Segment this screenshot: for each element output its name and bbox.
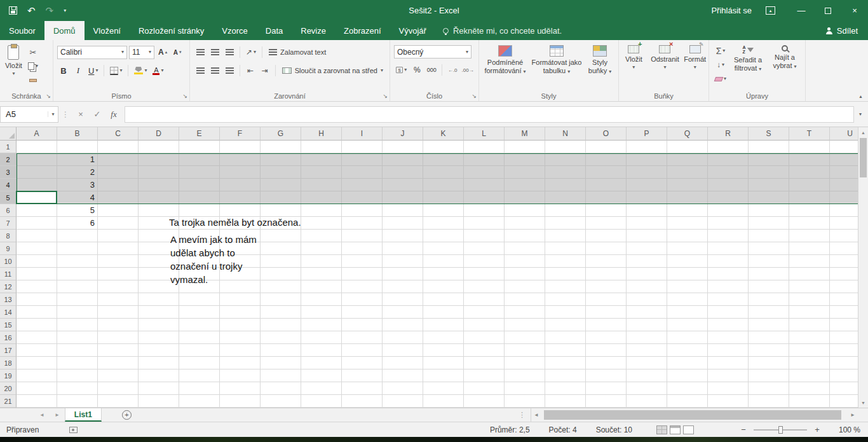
- cell-T16[interactable]: [789, 331, 830, 344]
- cell-L17[interactable]: [464, 344, 505, 357]
- cell-A8[interactable]: [17, 230, 57, 242]
- cell-H15[interactable]: [301, 319, 342, 331]
- cell-N3[interactable]: [545, 166, 586, 179]
- column-header-I[interactable]: I: [342, 127, 383, 141]
- cell-L2[interactable]: [464, 153, 505, 166]
- cell-Q12[interactable]: [667, 280, 708, 293]
- cell-L8[interactable]: [464, 230, 505, 242]
- scroll-up-icon[interactable]: ▲: [858, 127, 868, 137]
- cell-S3[interactable]: [749, 166, 789, 179]
- cell-O5[interactable]: [586, 191, 627, 204]
- cell-S13[interactable]: [749, 293, 789, 306]
- orientation-button[interactable]: ↗▾: [244, 45, 258, 59]
- cell-F17[interactable]: [220, 344, 261, 357]
- cell-A12[interactable]: [17, 280, 57, 293]
- cell-H11[interactable]: [301, 268, 342, 280]
- cell-U21[interactable]: [830, 395, 858, 408]
- cell-E16[interactable]: [179, 331, 220, 344]
- column-header-M[interactable]: M: [505, 127, 545, 141]
- cell-R4[interactable]: [708, 179, 749, 191]
- font-name-combo[interactable]: Calibri▾: [57, 46, 127, 59]
- cell-R16[interactable]: [708, 331, 749, 344]
- cell-O20[interactable]: [586, 382, 627, 395]
- collapse-ribbon-icon[interactable]: ▲: [858, 94, 863, 99]
- cell-K14[interactable]: [423, 306, 464, 319]
- cell-A16[interactable]: [17, 331, 57, 344]
- cell-C7[interactable]: [98, 217, 139, 230]
- cell-O19[interactable]: [586, 369, 627, 382]
- share-button[interactable]: Sdílet: [826, 21, 868, 40]
- cell-L4[interactable]: [464, 179, 505, 191]
- row-header-19[interactable]: 19: [0, 369, 17, 382]
- cell-E4[interactable]: [179, 179, 220, 191]
- cell-N8[interactable]: [545, 230, 586, 242]
- cell-L14[interactable]: [464, 306, 505, 319]
- cell-G13[interactable]: [261, 293, 301, 306]
- row-header-10[interactable]: 10: [0, 255, 17, 268]
- cell-G4[interactable]: [261, 179, 301, 191]
- column-header-N[interactable]: N: [545, 127, 586, 141]
- cell-T2[interactable]: [789, 153, 830, 166]
- cell-H10[interactable]: [301, 255, 342, 268]
- tab-view[interactable]: Zobrazení: [335, 21, 390, 40]
- cell-F21[interactable]: [220, 395, 261, 408]
- cell-M21[interactable]: [505, 395, 545, 408]
- cell-P8[interactable]: [627, 230, 667, 242]
- undo-icon[interactable]: ↶: [27, 6, 36, 15]
- cell-B12[interactable]: [57, 280, 98, 293]
- cell-D4[interactable]: [139, 179, 179, 191]
- cell-H21[interactable]: [301, 395, 342, 408]
- cell-M9[interactable]: [505, 242, 545, 255]
- cell-G5[interactable]: [261, 191, 301, 204]
- cell-G20[interactable]: [261, 382, 301, 395]
- cell-H19[interactable]: [301, 369, 342, 382]
- cell-I21[interactable]: [342, 395, 383, 408]
- cell-T17[interactable]: [789, 344, 830, 357]
- cell-T10[interactable]: [789, 255, 830, 268]
- cell-H13[interactable]: [301, 293, 342, 306]
- cut-button[interactable]: ✂: [26, 45, 40, 59]
- cell-P15[interactable]: [627, 319, 667, 331]
- decrease-decimal-button[interactable]: .00→: [461, 63, 475, 77]
- grow-font-button[interactable]: A▴: [156, 45, 169, 59]
- cell-Q10[interactable]: [667, 255, 708, 268]
- cell-M18[interactable]: [505, 357, 545, 369]
- cell-N9[interactable]: [545, 242, 586, 255]
- cell-Q4[interactable]: [667, 179, 708, 191]
- cell-S1[interactable]: [749, 141, 789, 153]
- horizontal-scrollbar[interactable]: ◄ ►: [531, 408, 858, 422]
- cell-R13[interactable]: [708, 293, 749, 306]
- column-header-J[interactable]: J: [383, 127, 423, 141]
- cell-S6[interactable]: [749, 204, 789, 217]
- cell-G19[interactable]: [261, 369, 301, 382]
- cell-U17[interactable]: [830, 344, 858, 357]
- cell-Q2[interactable]: [667, 153, 708, 166]
- cell-M12[interactable]: [505, 280, 545, 293]
- cell-N6[interactable]: [545, 204, 586, 217]
- fill-button[interactable]: ↓▾: [713, 58, 728, 72]
- cell-J14[interactable]: [383, 306, 423, 319]
- cell-I11[interactable]: [342, 268, 383, 280]
- cell-B21[interactable]: [57, 395, 98, 408]
- cell-P12[interactable]: [627, 280, 667, 293]
- tab-review[interactable]: Revize: [292, 21, 335, 40]
- row-header-1[interactable]: 1: [0, 141, 17, 153]
- cell-O18[interactable]: [586, 357, 627, 369]
- macro-record-icon[interactable]: [69, 427, 78, 433]
- cell-F15[interactable]: [220, 319, 261, 331]
- column-header-B[interactable]: B: [57, 127, 98, 141]
- dialog-launcher-icon[interactable]: ↘: [471, 93, 477, 99]
- chevron-down-icon[interactable]: ▾: [48, 111, 58, 117]
- cell-B5[interactable]: 4: [57, 191, 98, 204]
- cell-N18[interactable]: [545, 357, 586, 369]
- row-header-17[interactable]: 17: [0, 344, 17, 357]
- format-painter-button[interactable]: [26, 73, 40, 87]
- cell-E15[interactable]: [179, 319, 220, 331]
- cell-C15[interactable]: [98, 319, 139, 331]
- cell-C4[interactable]: [98, 179, 139, 191]
- cell-H2[interactable]: [301, 153, 342, 166]
- cell-H18[interactable]: [301, 357, 342, 369]
- cell-K10[interactable]: [423, 255, 464, 268]
- cell-M4[interactable]: [505, 179, 545, 191]
- cell-B15[interactable]: [57, 319, 98, 331]
